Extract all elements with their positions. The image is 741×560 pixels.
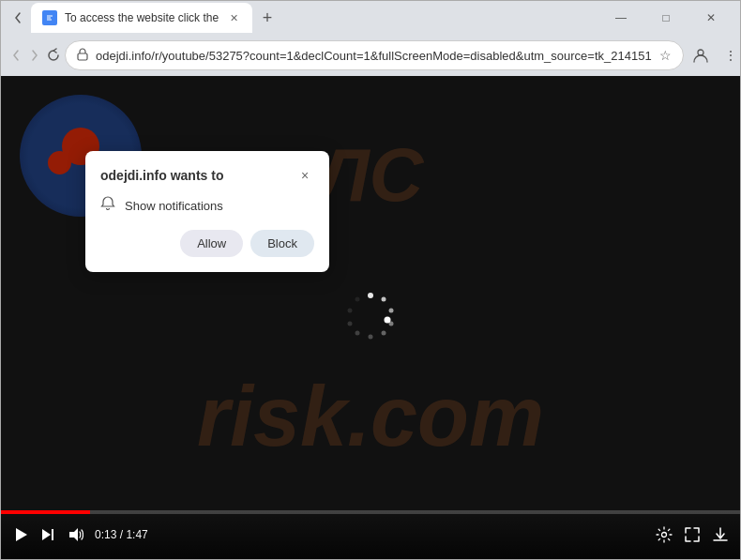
reload-button[interactable] [46,42,61,68]
tab-favicon [42,10,57,25]
play-button[interactable] [12,526,29,543]
progress-fill [1,510,90,514]
svg-point-18 [662,533,667,537]
watermark-bottom: risk.com [197,369,544,465]
permission-dialog: odejdi.info wants to × Show notification… [85,151,329,272]
next-button[interactable] [40,527,55,542]
close-button[interactable]: ✕ [689,3,733,33]
svg-point-8 [369,334,373,339]
dialog-buttons: Allow Block [100,230,314,257]
svg-point-13 [385,316,391,323]
svg-point-9 [355,330,360,335]
dialog-header: odejdi.info wants to × [100,166,314,185]
progress-bar[interactable] [1,510,740,514]
menu-button[interactable]: ⋮ [718,42,741,68]
svg-point-5 [389,308,394,312]
svg-point-12 [355,296,360,301]
fullscreen-button[interactable] [684,526,701,543]
new-tab-button[interactable]: + [256,7,279,29]
tab-back-nav[interactable] [8,8,27,27]
notification-text: Show notifications [125,199,223,213]
bell-icon [100,196,115,215]
dialog-title: odejdi.info wants to [100,168,223,183]
dialog-close-button[interactable]: × [295,166,314,185]
bookmark-icon[interactable]: ☆ [659,48,672,63]
allow-button[interactable]: Allow [180,230,243,257]
video-time: 0:13 / 1:47 [95,528,148,541]
content-area: ЛС risk.com [1,76,740,559]
back-button[interactable] [8,42,23,68]
svg-point-2 [698,50,703,55]
svg-point-7 [382,330,386,335]
lock-icon [77,48,88,64]
svg-marker-14 [16,528,27,541]
address-bar[interactable]: odejdi.info/r/youtube/53275?count=1&decl… [65,40,684,70]
browser-window: To access the website click the ✕ + — □ … [0,0,741,560]
svg-point-4 [382,296,386,301]
download-button[interactable] [712,526,729,543]
svg-rect-1 [78,53,87,60]
svg-marker-15 [42,529,51,540]
svg-rect-16 [52,529,53,540]
title-bar-left: To access the website click the ✕ + [8,3,279,33]
watermark-top: ЛС [318,132,424,219]
svg-point-3 [368,293,373,298]
settings-button[interactable] [656,526,673,543]
title-bar-right: — □ ✕ [599,3,733,33]
minimize-button[interactable]: — [599,3,643,33]
address-text: odejdi.info/r/youtube/53275?count=1&decl… [96,49,652,63]
svg-point-10 [348,321,353,325]
svg-point-11 [348,308,353,312]
forward-button[interactable] [27,42,42,68]
tab-close-button[interactable]: ✕ [226,10,241,25]
video-controls: 0:13 / 1:47 [1,510,740,559]
svg-marker-17 [69,528,78,541]
browser-tab[interactable]: To access the website click the ✕ [31,3,252,33]
video-background: ЛС risk.com [1,76,740,559]
profile-button[interactable] [688,42,714,68]
tab-title: To access the website click the [65,11,219,24]
dialog-notification-row: Show notifications [100,196,314,215]
nav-right-buttons: ⋮ [688,42,741,68]
volume-button[interactable] [67,526,83,543]
title-bar: To access the website click the ✕ + — □ … [1,1,740,35]
logo-blob-2 [48,151,71,174]
loading-spinner [344,290,397,346]
block-button[interactable]: Block [250,230,314,257]
nav-bar: odejdi.info/r/youtube/53275?count=1&decl… [1,35,740,76]
maximize-button[interactable]: □ [644,3,688,33]
